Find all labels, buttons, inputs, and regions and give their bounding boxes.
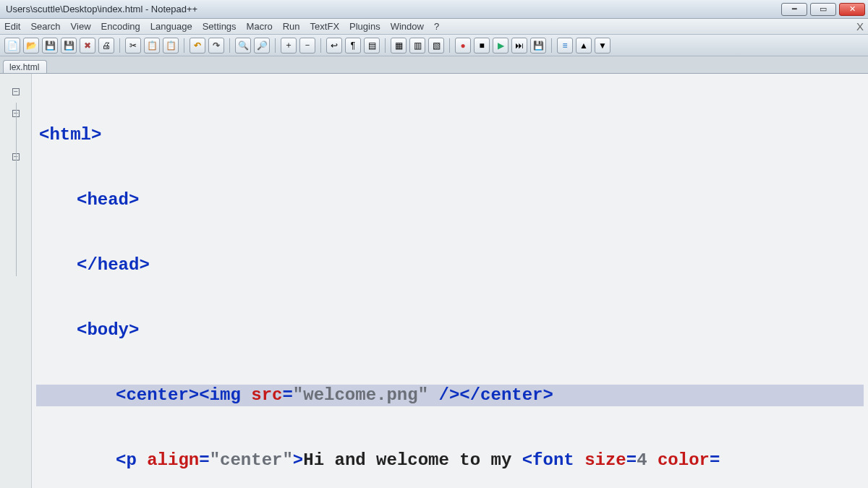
code-token: <center><img (116, 385, 241, 406)
code-token: = (710, 450, 720, 471)
code-token: "center" (210, 450, 293, 471)
show-all-chars-icon[interactable]: ¶ (345, 38, 361, 53)
code-token: Hi and welcome to my (303, 450, 522, 471)
window-controls: ━ ▭ ✕ (781, 3, 865, 16)
code-token: size (574, 450, 626, 471)
toolbar-button[interactable]: ▧ (428, 38, 444, 53)
toolbar-button[interactable]: ▲ (576, 38, 592, 53)
menu-settings[interactable]: Settings (203, 21, 237, 32)
menu-run[interactable]: Run (283, 21, 300, 32)
macro-stop-icon[interactable]: ■ (474, 38, 490, 53)
maximize-button[interactable]: ▭ (810, 3, 836, 16)
menu-overflow-icon: X (856, 20, 864, 33)
print-icon[interactable]: 🖨 (98, 38, 114, 53)
macro-save-icon[interactable]: 💾 (530, 38, 546, 53)
new-file-icon[interactable]: 📄 (4, 38, 20, 53)
code-token: align (137, 450, 199, 471)
code-token: "welcome.png" (293, 385, 428, 406)
menu-edit[interactable]: Edit (4, 21, 20, 32)
code-token: = (626, 450, 637, 471)
menu-window[interactable]: Window (391, 21, 424, 32)
menu-language[interactable]: Language (150, 21, 192, 32)
code-token: <head> (77, 189, 139, 211)
code-token: <p (116, 450, 137, 471)
close-file-icon[interactable]: ✖ (80, 38, 95, 53)
code-token: 4 (637, 450, 647, 471)
open-file-icon[interactable]: 📂 (23, 38, 39, 53)
zoom-in-icon[interactable]: ＋ (281, 38, 297, 53)
toolbar-button[interactable]: ▦ (391, 38, 407, 53)
toolbar-separator (551, 38, 552, 53)
save-icon[interactable]: 💾 (42, 38, 58, 53)
toolbar-separator (275, 38, 276, 53)
code-token: = (199, 450, 209, 471)
code-token: > (293, 450, 303, 471)
toolbar-separator (119, 38, 120, 53)
window-title: Users\scuttle\Desktop\index.html - Notep… (6, 4, 781, 14)
copy-icon[interactable]: 📋 (144, 38, 160, 53)
highlighted-line: <center><img src="welcome.png" /></cente… (36, 385, 864, 406)
code-token: <font (522, 450, 574, 471)
undo-icon[interactable]: ↶ (190, 38, 205, 53)
menu-macro[interactable]: Macro (247, 21, 273, 32)
menu-plugins[interactable]: Plugins (349, 21, 380, 32)
minimize-button[interactable]: ━ (781, 3, 807, 16)
toolbar-button[interactable]: ▼ (595, 38, 610, 53)
word-wrap-icon[interactable]: ↩ (326, 38, 342, 53)
code-token: </head> (77, 254, 150, 276)
indent-guide-icon[interactable]: ▤ (364, 38, 380, 53)
menu-bar: Edit Search View Encoding Language Setti… (0, 19, 868, 35)
macro-record-icon[interactable]: ● (455, 38, 471, 53)
toolbar-button[interactable]: ≡ (557, 38, 573, 53)
paste-icon[interactable]: 📋 (163, 38, 179, 53)
zoom-out-icon[interactable]: － (299, 38, 315, 53)
toolbar-separator (184, 38, 184, 53)
fold-gutter: − − − (0, 74, 32, 488)
code-token: color (647, 450, 710, 471)
toolbar-separator (385, 38, 386, 53)
toolbar-separator (229, 38, 230, 53)
fold-toggle-icon[interactable]: − (12, 88, 20, 95)
menu-textfx[interactable]: TextFX (310, 21, 339, 32)
code-token: /></center> (428, 385, 553, 406)
replace-icon[interactable]: 🔎 (254, 38, 270, 53)
menu-search[interactable]: Search (30, 21, 60, 32)
code-token: = (282, 385, 292, 406)
toolbar-separator (320, 38, 321, 53)
save-all-icon[interactable]: 💾 (61, 38, 77, 53)
tab-strip: lex.html (0, 56, 868, 74)
menu-help[interactable]: ? (434, 21, 439, 32)
code-token: <html> (39, 124, 101, 146)
menu-encoding[interactable]: Encoding (101, 21, 140, 32)
macro-play-multi-icon[interactable]: ⏭ (511, 38, 527, 53)
code-token: <body> (77, 320, 139, 341)
cut-icon[interactable]: ✂ (125, 38, 141, 53)
find-icon[interactable]: 🔍 (235, 38, 251, 53)
code-area[interactable]: <html> <head> </head> <body> <center><im… (32, 74, 868, 488)
toolbar: 📄 📂 💾 💾 ✖ 🖨 ✂ 📋 📋 ↶ ↷ 🔍 🔎 ＋ － ↩ ¶ ▤ ▦ ▥ … (0, 35, 868, 56)
code-token: src (241, 385, 283, 406)
redo-icon[interactable]: ↷ (208, 38, 224, 53)
title-bar: Users\scuttle\Desktop\index.html - Notep… (0, 0, 868, 19)
close-button[interactable]: ✕ (839, 3, 865, 16)
file-tab-index-html[interactable]: lex.html (3, 60, 47, 73)
toolbar-button[interactable]: ▥ (409, 38, 425, 53)
macro-play-icon[interactable]: ▶ (493, 38, 509, 53)
menu-view[interactable]: View (71, 21, 91, 32)
toolbar-separator (449, 38, 450, 53)
code-editor[interactable]: − − − <html> <head> </head> <body> <cent… (0, 74, 868, 488)
